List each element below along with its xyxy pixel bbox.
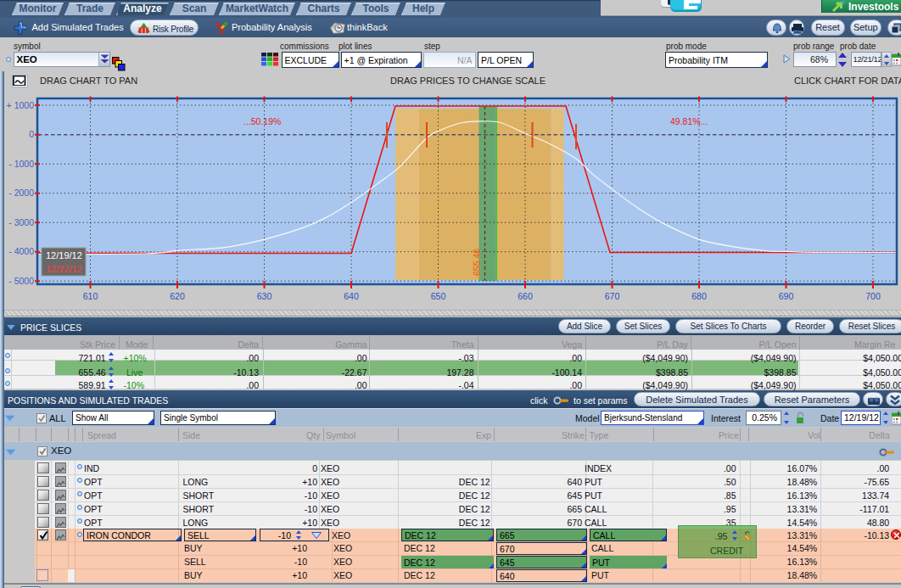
svg-text:+ 1000: + 1000 — [7, 100, 35, 110]
svg-text:650: 650 — [431, 291, 446, 301]
svg-text:- 5000: - 5000 — [8, 276, 34, 286]
svg-text:49.81%...: 49.81%... — [670, 116, 708, 126]
svg-text:- 4000: - 4000 — [8, 246, 34, 256]
svg-text:630: 630 — [257, 291, 272, 301]
svg-text:- 3000: - 3000 — [8, 217, 34, 227]
svg-text:700: 700 — [865, 291, 881, 301]
svg-text:- 1000: - 1000 — [8, 159, 34, 169]
svg-text:670: 670 — [605, 291, 620, 301]
svg-text:690: 690 — [779, 291, 794, 301]
svg-text:680: 680 — [691, 291, 707, 301]
svg-text:12/22/12: 12/22/12 — [46, 264, 82, 274]
svg-text:12/19/12: 12/19/12 — [46, 250, 82, 260]
svg-text:640: 640 — [344, 291, 359, 301]
svg-text:655.46: 655.46 — [472, 249, 482, 276]
svg-text:660: 660 — [518, 291, 533, 301]
svg-text:- 2000: - 2000 — [8, 188, 34, 198]
svg-text:620: 620 — [170, 291, 185, 301]
svg-text:...50.19%: ...50.19% — [243, 116, 281, 126]
svg-text:0: 0 — [29, 129, 34, 139]
svg-text:610: 610 — [83, 291, 98, 301]
